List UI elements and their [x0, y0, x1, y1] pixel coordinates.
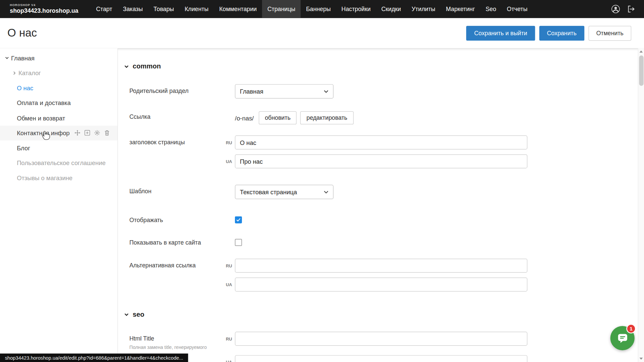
- nav-products[interactable]: Товары: [148, 0, 179, 18]
- display-checkbox[interactable]: [235, 216, 242, 223]
- scrollbar-thumb[interactable]: [639, 55, 643, 86]
- cancel-button[interactable]: Отменить: [588, 25, 631, 40]
- delete-trash-icon[interactable]: [104, 130, 110, 136]
- topbar-icons: [611, 4, 636, 13]
- page-title-ru-input[interactable]: [235, 136, 527, 150]
- sidebar-item-exchange-return[interactable]: Обмен и возврат: [0, 110, 117, 125]
- parent-section-select[interactable]: Главная: [235, 84, 334, 99]
- sidebar-item-about[interactable]: О нас: [0, 81, 117, 96]
- topbar: HOROSHOP V4 shop34423.horoshop.ua Старт …: [0, 0, 644, 18]
- section-seo[interactable]: seo: [123, 310, 644, 318]
- page-title-label: заголовок страницы: [130, 136, 223, 145]
- tree-item-label: Каталог: [18, 69, 41, 76]
- template-row: Шаблон Текстовая страница: [130, 185, 644, 199]
- lang-ru-badge: RU: [223, 332, 232, 341]
- template-value: Текстовая страница: [240, 189, 297, 196]
- section-common-label: common: [133, 62, 161, 70]
- page-title: О нас: [7, 27, 466, 40]
- chat-unread-badge: 1: [626, 324, 636, 333]
- parent-section-value: Главная: [240, 88, 263, 95]
- tree-item-label: Блог: [17, 144, 30, 151]
- html-title-ru-input[interactable]: [235, 332, 527, 346]
- link-edit-button[interactable]: редактировать: [300, 111, 353, 124]
- save-button[interactable]: Сохранить: [539, 25, 585, 40]
- link-label: Ссылка: [130, 110, 235, 120]
- alt-link-ru-input[interactable]: [235, 259, 527, 273]
- nav-marketing[interactable]: Маркетинг: [441, 0, 480, 18]
- tree-item-actions: [74, 130, 110, 136]
- sidebar-item-blog[interactable]: Блог: [0, 141, 117, 156]
- chevron-down-icon: [123, 311, 129, 317]
- display-row: Отображать: [130, 216, 644, 223]
- lang-ru-badge: RU: [223, 136, 232, 145]
- app-root: HOROSHOP V4 shop34423.horoshop.ua Старт …: [0, 0, 644, 362]
- nav-clients[interactable]: Клиенты: [179, 0, 214, 18]
- logout-icon[interactable]: [627, 4, 636, 13]
- chevron-down-icon: [123, 63, 129, 69]
- sidebar-item-payment-delivery[interactable]: Оплата и доставка: [0, 96, 117, 111]
- save-exit-button[interactable]: Сохранить и выйти: [466, 25, 535, 40]
- tree-item-label: Главная: [11, 54, 35, 61]
- tree-item-label: Обмен и возврат: [17, 114, 65, 121]
- sidebar-item-user-agreement[interactable]: Пользовательское соглашение: [0, 155, 117, 170]
- sidebar-item-contact-info[interactable]: Контактная инфор: [0, 125, 117, 141]
- parent-section-label: Родительский раздел: [130, 84, 235, 94]
- html-title-ua-input[interactable]: [235, 355, 527, 362]
- lang-ua-badge: UA: [223, 154, 232, 164]
- sidebar-item-store-reviews[interactable]: Отзывы о магазине: [0, 170, 117, 186]
- chevron-right-icon[interactable]: [11, 70, 18, 76]
- nav-discounts[interactable]: Скидки: [376, 0, 406, 18]
- template-label: Шаблон: [130, 185, 235, 195]
- nav-comments[interactable]: Комментарии: [214, 0, 262, 18]
- nav-orders[interactable]: Заказы: [117, 0, 148, 18]
- sitemap-checkbox[interactable]: [235, 239, 242, 246]
- lang-ua-badge: UA: [223, 355, 232, 362]
- chevron-down-icon: [324, 90, 329, 93]
- display-label: Отображать: [130, 217, 235, 223]
- chat-button[interactable]: 1: [610, 326, 635, 350]
- nav-settings[interactable]: Настройки: [336, 0, 376, 18]
- brand[interactable]: HOROSHOP V4 shop34423.horoshop.ua: [10, 4, 78, 14]
- scroll-down-icon[interactable]: [638, 356, 644, 362]
- sitemap-row: Показывать в карте сайта: [130, 239, 644, 246]
- nav-pages[interactable]: Страницы: [262, 0, 301, 18]
- move-icon[interactable]: [74, 130, 80, 136]
- link-refresh-button[interactable]: обновить: [259, 111, 297, 124]
- alt-link-ua-input[interactable]: [235, 277, 527, 292]
- link-row: Ссылка /o-nas/ обновить редактировать: [130, 110, 644, 124]
- settings-gear-icon[interactable]: [94, 130, 100, 136]
- brand-version: HOROSHOP V4: [10, 4, 78, 7]
- vertical-scrollbar[interactable]: [638, 48, 644, 362]
- brand-domain: shop34423.horoshop.ua: [10, 7, 78, 14]
- sitemap-label: Показывать в карте сайта: [130, 239, 235, 246]
- html-title-hint: Полная замена title, генерируемого: [130, 345, 223, 351]
- alt-link-label: Альтернативная ссылка: [130, 259, 223, 268]
- header-actions: Сохранить и выйти Сохранить Отменить: [466, 25, 631, 40]
- link-path: /o-nas/: [235, 114, 254, 121]
- sidebar-item-home[interactable]: Главная: [0, 51, 117, 66]
- add-page-icon[interactable]: [84, 130, 90, 136]
- chat-bubble-icon: [616, 332, 629, 344]
- page-header: О нас Сохранить и выйти Сохранить Отмени…: [0, 18, 644, 48]
- tree-item-label: Пользовательское соглашение: [17, 159, 105, 166]
- nav-banners[interactable]: Баннеры: [301, 0, 336, 18]
- nav-reports[interactable]: Отчеты: [501, 0, 533, 18]
- page-title-ua-input[interactable]: [235, 154, 527, 168]
- tree-item-label: О нас: [17, 85, 33, 92]
- nav-seo[interactable]: Seo: [480, 0, 501, 18]
- parent-section-row: Родительский раздел Главная: [130, 84, 644, 99]
- scroll-up-icon[interactable]: [638, 48, 644, 54]
- nav-utilities[interactable]: Утилиты: [406, 0, 441, 18]
- template-select[interactable]: Текстовая страница: [235, 185, 334, 199]
- body: Главная Каталог О нас Оплата и доставка …: [0, 48, 644, 362]
- tree-item-label: Контактная инфор: [17, 130, 69, 137]
- sidebar-item-catalog[interactable]: Каталог: [0, 65, 117, 81]
- chevron-down-icon[interactable]: [4, 55, 10, 61]
- section-common[interactable]: common: [123, 62, 644, 70]
- html-title-label: Html Title: [130, 335, 223, 342]
- tree-item-label: Отзывы о магазине: [17, 174, 72, 182]
- status-url-tooltip: shop34423.horoshop.ua/edit/edit.php?id=6…: [0, 354, 188, 362]
- account-icon[interactable]: [611, 4, 620, 13]
- nav-start[interactable]: Старт: [91, 0, 117, 18]
- alt-link-ru-row: Альтернативная ссылка RU: [130, 259, 644, 273]
